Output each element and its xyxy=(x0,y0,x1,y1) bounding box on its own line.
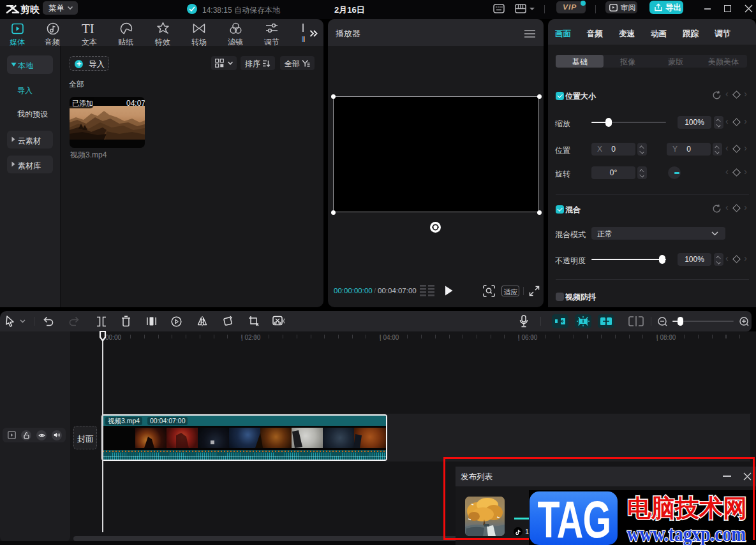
svg-text:www.tagxp.com: www.tagxp.com xyxy=(627,522,746,545)
svg-text:电脑技术网: 电脑技术网 xyxy=(627,495,747,521)
